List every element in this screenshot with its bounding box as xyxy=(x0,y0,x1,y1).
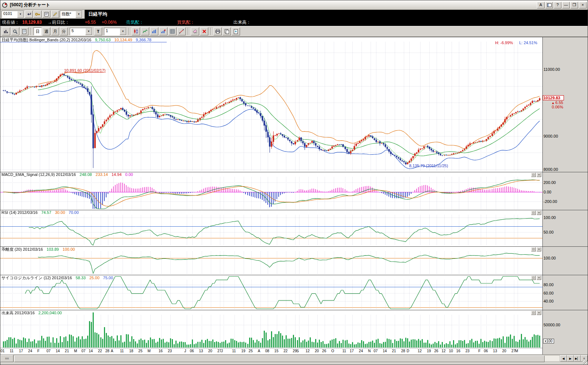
period-minute-button[interactable]: 分 xyxy=(60,27,68,35)
key-button[interactable] xyxy=(34,11,42,18)
scroll-left-button[interactable]: ◀ xyxy=(560,355,567,362)
grid-toggle-button[interactable] xyxy=(168,27,177,35)
close-button[interactable]: × xyxy=(579,2,587,8)
x-axis-label: 12 xyxy=(418,349,422,353)
x-axis-label: 22 xyxy=(283,349,287,353)
panel-maximize-button[interactable]: □ xyxy=(531,211,536,215)
x-axis-label: F xyxy=(37,349,39,353)
tick-button[interactable]: T xyxy=(94,27,102,35)
titlebar[interactable]: [5002] 分析チャート A ? — ❐ × xyxy=(0,0,588,10)
bar-chart-button[interactable] xyxy=(150,27,158,35)
x-axis-label: J xyxy=(184,349,186,353)
current-price-value: 10,129.83 xyxy=(22,20,42,25)
x-axis-label: 26 xyxy=(434,349,438,353)
maximize-button[interactable]: ❐ xyxy=(570,2,578,8)
rsi-panel: RSI (14) 2012/03/16 74.57 30.00 70.00 □ … xyxy=(0,210,588,246)
rsi-canvas[interactable] xyxy=(0,210,542,246)
eraser-button[interactable] xyxy=(191,27,199,35)
enter-button[interactable] xyxy=(25,11,33,18)
macd-signal-value: 233.14 xyxy=(96,172,108,177)
period-weekly-button[interactable]: 週 xyxy=(42,27,50,35)
axis-label: 40.00 xyxy=(543,299,554,303)
main-chart-panel: 日経平均(指数) Bollinger_Bands (20,2) 2012/03/… xyxy=(0,37,588,172)
panel-buttons: □ × xyxy=(531,311,541,315)
copy-chart-button[interactable] xyxy=(223,27,231,35)
print-button[interactable] xyxy=(213,27,222,35)
price-change-tag: ▲6.55 xyxy=(543,100,563,105)
line-chart-button[interactable] xyxy=(141,27,149,35)
rsi-plot[interactable]: RSI (14) 2012/03/16 74.57 30.00 70.00 □ … xyxy=(0,210,543,246)
edit-pencil-button[interactable] xyxy=(51,11,59,18)
scrollbar-thumb[interactable] xyxy=(14,356,545,362)
dropdown-arrow-icon[interactable]: ▼ xyxy=(17,11,24,18)
period-monthly-button[interactable]: 月 xyxy=(51,27,59,35)
save-page-button[interactable] xyxy=(232,27,240,35)
panel-close-button[interactable]: × xyxy=(537,311,541,315)
dropdown-arrow-icon[interactable]: ▼ xyxy=(120,28,126,35)
horizontal-scrollbar[interactable]: ≡≡ ◀ ▶ ▶▏ ≡ xyxy=(0,354,588,362)
panel-maximize-button[interactable]: □ xyxy=(531,173,536,177)
macd-axis: 200.000.00-200.00 xyxy=(543,172,565,210)
dropdown-arrow-icon[interactable]: ▼ xyxy=(76,11,82,18)
axis-label: 200.00 xyxy=(543,180,556,185)
minimize-button[interactable]: — xyxy=(562,2,570,8)
indicator-add-button[interactable] xyxy=(159,27,167,35)
scrollbar-track[interactable] xyxy=(13,355,560,362)
high-percent-label: H: -6.99% xyxy=(495,41,513,45)
clear-all-button[interactable] xyxy=(200,27,208,35)
dropdown-arrow-icon[interactable]: ▼ xyxy=(85,28,92,35)
x-axis: 01111724F071421M07142228A111825M1623J061… xyxy=(0,348,542,354)
symbol-code-combo[interactable]: 0101 ▼ xyxy=(1,11,24,18)
panel-buttons: □ × xyxy=(531,276,541,280)
panel-buttons: □ × xyxy=(531,247,541,251)
font-size-button[interactable]: A xyxy=(537,2,545,8)
scroll-right-button[interactable]: ▶ xyxy=(567,355,574,362)
scrollbar-grip[interactable]: ≡≡ xyxy=(0,355,13,362)
period-daily-button[interactable]: 日 xyxy=(34,27,42,35)
axis-label: 11000.00 xyxy=(543,67,560,72)
panel-close-button[interactable]: × xyxy=(537,276,541,280)
prev-day-label: →前日比： xyxy=(47,19,69,26)
psychological-plot[interactable]: サイコロジカルライン (12) 2012/03/16 58.33 25.00 7… xyxy=(0,275,543,310)
change-value: +6.55 xyxy=(85,20,96,25)
main-plot[interactable]: 日経平均(指数) Bollinger_Bands (20,2) 2012/03/… xyxy=(0,37,543,172)
x-axis-label: M xyxy=(148,349,151,353)
psychological-lower-value: 25.00 xyxy=(89,276,100,280)
panel-close-button[interactable]: × xyxy=(537,211,541,215)
scroll-end-button[interactable]: ▶▏ xyxy=(574,355,581,362)
x-axis-label: M xyxy=(74,349,77,353)
kairi-value: 103.89 xyxy=(47,247,59,251)
x-axis-label: 25 xyxy=(138,349,142,353)
volume-plot[interactable]: 出来高 2012/03/16 2,200,040.00 □ × 01111724… xyxy=(0,310,543,354)
macd-canvas[interactable] xyxy=(0,172,542,210)
psychological-upper-value: 75.00 xyxy=(103,276,113,280)
kairi-canvas[interactable] xyxy=(0,247,542,274)
minute-interval-combo[interactable]: 5 ▼ xyxy=(70,28,92,35)
help-button[interactable]: ? xyxy=(554,2,561,8)
zoom-button[interactable] xyxy=(11,27,19,35)
main-chart-canvas[interactable] xyxy=(0,37,542,172)
trendline-button[interactable] xyxy=(177,27,186,35)
index-category-combo[interactable]: 指数* ▼ xyxy=(60,11,82,18)
layout-icon[interactable] xyxy=(545,2,553,8)
low-percent-label: L: 24.51% xyxy=(519,41,537,45)
macd-hist-value: 14.94 xyxy=(112,172,122,177)
volume-canvas[interactable] xyxy=(0,310,542,348)
panel-close-button[interactable]: × xyxy=(537,247,541,251)
panel-close-button[interactable]: × xyxy=(537,173,541,177)
kairi-plot[interactable]: 乖離度 (20) 2012/03/16 103.89 100.00 □ × xyxy=(0,247,543,275)
candlestick-chart-button[interactable] xyxy=(132,27,140,35)
resize-grip-icon[interactable] xyxy=(583,360,587,364)
x-axis-label: 11 xyxy=(343,349,346,353)
tick-count-combo[interactable]: 1 ▼ xyxy=(104,28,127,35)
quote-board-button[interactable] xyxy=(2,27,10,35)
macd-plot[interactable]: MACD_EMA_Signal (12,26,9) 2012/03/16 248… xyxy=(0,172,543,210)
volume-panel: 出来高 2012/03/16 2,200,040.00 □ × 01111724… xyxy=(0,310,588,354)
register-note-button[interactable] xyxy=(42,11,50,18)
x-axis-label: 17 xyxy=(19,349,23,353)
panel-maximize-button[interactable]: □ xyxy=(531,247,536,251)
panel-maximize-button[interactable]: □ xyxy=(531,311,536,315)
panel-maximize-button[interactable]: □ xyxy=(531,276,536,280)
kairi-base-value: 100.00 xyxy=(63,247,75,251)
new-page-button[interactable] xyxy=(20,27,28,35)
